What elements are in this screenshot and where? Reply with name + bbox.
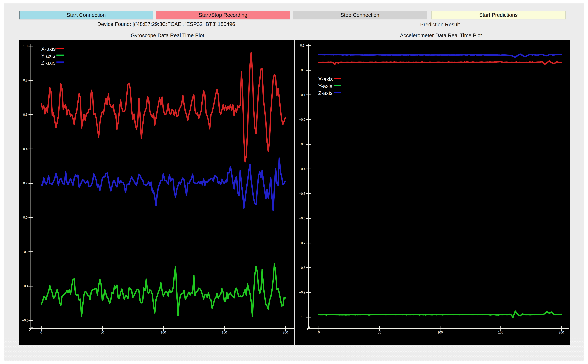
svg-text:−0.8.: −0.8. [299, 266, 306, 270]
svg-text:0.1.: 0.1. [300, 44, 305, 47]
svg-text:Y-axis: Y-axis [318, 83, 332, 89]
svg-text:−0.4: −0.4 [22, 284, 29, 288]
svg-text:−0.6: −0.6 [22, 319, 28, 322]
svg-text:X-axis: X-axis [41, 46, 56, 52]
svg-text:X-axis: X-axis [318, 76, 333, 82]
svg-text:−0.1.: −0.1. [299, 93, 306, 97]
svg-text:0.2: 0.2 [23, 182, 28, 185]
svg-text:−0.0.: −0.0. [299, 68, 306, 72]
svg-text:−0.2.: −0.2. [299, 118, 306, 121]
svg-text:Stop Connection: Stop Connection [341, 12, 379, 18]
svg-text:0: 0 [318, 331, 320, 334]
svg-text:Y-axis: Y-axis [41, 53, 55, 59]
svg-text:Start/Stop Recording: Start/Stop Recording [199, 12, 247, 18]
svg-text:100: 100 [161, 331, 166, 334]
svg-text:150: 150 [498, 331, 503, 334]
svg-text:Z-axis: Z-axis [318, 90, 333, 96]
svg-text:0.0: 0.0 [23, 216, 28, 219]
svg-text:Start Connection: Start Connection [67, 12, 106, 18]
svg-text:Z-axis: Z-axis [41, 60, 55, 66]
svg-text:Start Predictions: Start Predictions [479, 12, 518, 18]
svg-text:100: 100 [438, 331, 443, 334]
svg-text:−0.4.: −0.4. [299, 167, 306, 171]
svg-text:0.8: 0.8 [23, 79, 28, 82]
svg-text:50: 50 [100, 331, 104, 334]
svg-text:−0.3.: −0.3. [299, 143, 306, 146]
svg-text:0: 0 [40, 331, 42, 334]
svg-text:−0.5.: −0.5. [299, 192, 306, 195]
svg-text:200: 200 [559, 331, 564, 334]
svg-text:Accelerometer Data Real Time P: Accelerometer Data Real Time Plot [400, 32, 482, 38]
svg-text:0.6: 0.6 [23, 113, 28, 117]
svg-text:200: 200 [283, 331, 288, 334]
svg-text:1.0: 1.0 [23, 44, 28, 48]
svg-text:Prediction Result: Prediction Result [420, 22, 460, 27]
svg-text:150: 150 [222, 331, 227, 334]
svg-text:Gyroscope Data Real Time Plot: Gyroscope Data Real Time Plot [131, 32, 204, 38]
svg-text:−1.0.: −1.0. [299, 315, 306, 319]
svg-text:−0.6.: −0.6. [299, 217, 306, 220]
svg-text:Device Found: [('48:E7:29:3C:F: Device Found: [('48:E7:29:3C:FCAE', 'ESP… [97, 21, 235, 27]
svg-text:−0.7.: −0.7. [299, 241, 306, 245]
svg-text:−0.9.: −0.9. [299, 291, 306, 294]
svg-text:−0.2: −0.2 [22, 250, 28, 254]
svg-text:0.4: 0.4 [23, 147, 28, 151]
svg-text:50: 50 [378, 331, 381, 334]
